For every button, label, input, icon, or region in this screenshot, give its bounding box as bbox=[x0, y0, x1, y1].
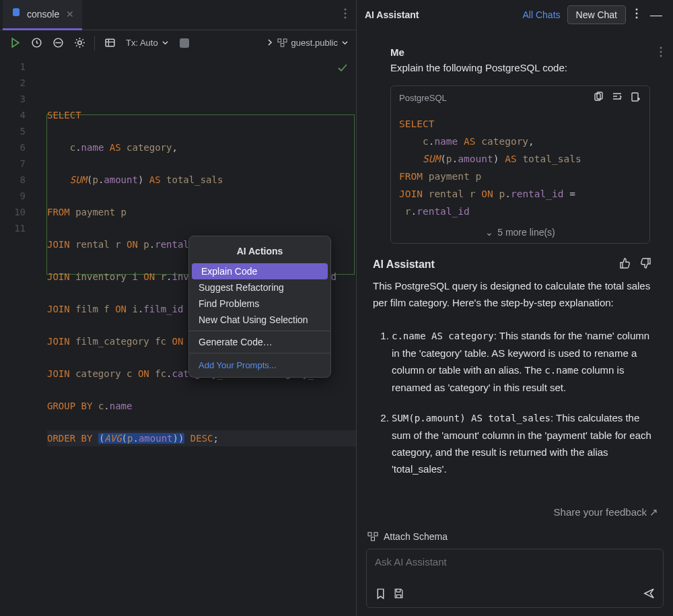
bookmark-icon[interactable] bbox=[375, 588, 386, 602]
ai-actions-popup: AI Actions Explain Code Suggest Refactor… bbox=[188, 236, 331, 378]
svg-point-12 bbox=[636, 17, 638, 19]
copy-icon[interactable] bbox=[593, 92, 604, 104]
ai-action-generate-code[interactable]: Generate Code… bbox=[189, 334, 330, 350]
svg-rect-9 bbox=[281, 43, 284, 46]
tab-title: console bbox=[27, 9, 59, 20]
new-chat-button[interactable]: New Chat bbox=[567, 5, 626, 24]
svg-point-10 bbox=[636, 9, 638, 11]
ai-action-explain-code[interactable]: Explain Code bbox=[192, 263, 328, 279]
tab-bar: console ✕ bbox=[0, 0, 356, 30]
code-language-label: PostgreSQL bbox=[399, 93, 447, 103]
tx-mode-label: Tx: Auto bbox=[126, 38, 158, 48]
svg-point-15 bbox=[660, 55, 662, 57]
database-icon bbox=[11, 7, 22, 20]
svg-rect-20 bbox=[374, 533, 378, 536]
ai-title: AI Assistant bbox=[365, 9, 419, 20]
ai-action-suggest-refactoring[interactable]: Suggest Refactoring bbox=[189, 279, 330, 296]
editor-toolbar: Tx: Auto guest.public bbox=[0, 30, 356, 56]
settings-button[interactable] bbox=[70, 34, 89, 53]
data-view-button[interactable] bbox=[100, 34, 119, 53]
thumbs-up-icon[interactable] bbox=[619, 257, 631, 272]
attach-schema-label: Attach Schema bbox=[384, 531, 448, 542]
svg-rect-18 bbox=[632, 93, 638, 101]
explain-plan-button[interactable] bbox=[48, 34, 67, 53]
col-name: name bbox=[81, 142, 104, 153]
chevron-right-icon[interactable] bbox=[267, 38, 273, 48]
explanation-item-1: c.name AS category: This stands for the … bbox=[392, 327, 651, 396]
svg-point-13 bbox=[660, 47, 662, 49]
ok-check-icon bbox=[337, 61, 348, 77]
svg-point-5 bbox=[77, 41, 81, 44]
user-message: Me Explain the following PostgreSQL code… bbox=[365, 38, 665, 76]
popup-separator bbox=[189, 331, 330, 331]
popup-separator bbox=[189, 353, 330, 353]
ai-header: AI Assistant All Chats New Chat — bbox=[357, 0, 673, 30]
user-label: Me bbox=[390, 46, 650, 58]
code-snippet-card: PostgreSQL SELECT c.name AS category, SU… bbox=[390, 85, 650, 244]
schema-label: guest.public bbox=[291, 38, 338, 48]
save-icon[interactable] bbox=[393, 588, 404, 602]
stop-button[interactable] bbox=[175, 34, 194, 53]
svg-point-2 bbox=[345, 16, 347, 18]
thumbs-down-icon[interactable] bbox=[639, 257, 651, 272]
chevron-down-icon: ⌄ bbox=[485, 227, 493, 238]
ai-more-menu[interactable] bbox=[633, 5, 641, 24]
ai-label: AI Assistant bbox=[373, 259, 651, 271]
chat-input-placeholder: Ask AI Assistant bbox=[375, 556, 655, 568]
line-gutter: 1234567891011 bbox=[0, 56, 35, 616]
svg-rect-6 bbox=[106, 39, 114, 46]
history-button[interactable] bbox=[27, 34, 46, 53]
message-more-menu[interactable] bbox=[660, 46, 662, 60]
tab-console[interactable]: console ✕ bbox=[3, 0, 82, 30]
svg-rect-19 bbox=[368, 533, 371, 536]
kw-select: SELECT bbox=[47, 110, 81, 121]
send-button[interactable] bbox=[643, 588, 655, 602]
tbl-c: c bbox=[70, 142, 75, 153]
svg-point-11 bbox=[636, 13, 638, 15]
minimize-icon[interactable]: — bbox=[647, 5, 665, 25]
user-text: Explain the following PostgreSQL code: bbox=[390, 62, 650, 73]
all-chats-link[interactable]: All Chats bbox=[523, 9, 561, 20]
ai-message: AI Assistant This PostgreSQL query is de… bbox=[365, 244, 665, 493]
conversation: Me Explain the following PostgreSQL code… bbox=[357, 30, 673, 506]
chevron-down-icon bbox=[342, 38, 348, 48]
tab-overflow-menu[interactable] bbox=[337, 4, 353, 26]
code-snippet-body: SELECT c.name AS category, SUM(p.amount)… bbox=[391, 110, 649, 223]
insert-icon[interactable] bbox=[612, 92, 623, 104]
run-button[interactable] bbox=[5, 34, 24, 53]
explanation-item-2: SUM(p.amount) AS total_sales: This calcu… bbox=[392, 409, 651, 477]
ai-add-prompts-link[interactable]: Add Your Prompts... bbox=[189, 356, 330, 377]
ai-action-find-problems[interactable]: Find Problems bbox=[189, 296, 330, 312]
attach-schema-button[interactable]: Attach Schema bbox=[357, 524, 673, 549]
close-icon[interactable]: ✕ bbox=[66, 9, 74, 20]
ai-action-new-chat-selection[interactable]: New Chat Using Selection bbox=[189, 312, 330, 328]
ai-actions-title: AI Actions bbox=[189, 239, 330, 263]
share-feedback-link[interactable]: Share your feedback↗ bbox=[357, 506, 673, 524]
tx-mode-selector[interactable]: Tx: Auto bbox=[122, 38, 172, 48]
svg-point-14 bbox=[660, 51, 662, 53]
fn-sum: SUM bbox=[70, 174, 87, 185]
ai-assistant-pane: AI Assistant All Chats New Chat — Me Exp… bbox=[357, 0, 673, 616]
expand-code-button[interactable]: ⌄5 more line(s) bbox=[391, 223, 649, 243]
schema-selector[interactable]: guest.public bbox=[277, 38, 348, 48]
external-link-icon: ↗ bbox=[649, 506, 658, 518]
svg-rect-21 bbox=[371, 537, 375, 541]
chevron-down-icon bbox=[162, 38, 168, 48]
create-file-icon[interactable] bbox=[631, 92, 641, 104]
ai-body: This PostgreSQL query is designed to cal… bbox=[373, 277, 651, 477]
toolbar-separator bbox=[94, 36, 95, 50]
svg-rect-7 bbox=[278, 39, 281, 42]
chat-input[interactable]: Ask AI Assistant bbox=[366, 549, 664, 608]
svg-point-1 bbox=[345, 12, 347, 14]
editor-pane: console ✕ bbox=[0, 0, 357, 616]
svg-rect-8 bbox=[283, 39, 287, 42]
svg-point-0 bbox=[345, 8, 347, 10]
